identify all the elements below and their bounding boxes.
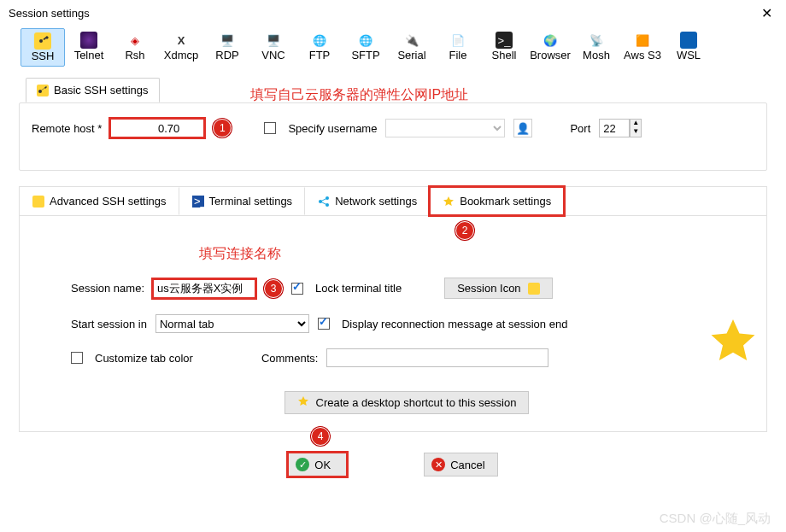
aws-icon: 🟧	[634, 32, 651, 49]
display-reconn-label: Display reconnection message at session …	[342, 318, 567, 330]
cancel-label: Cancel	[450, 459, 484, 471]
comments-input[interactable]	[326, 348, 548, 367]
remote-host-input[interactable]	[110, 119, 204, 137]
tb-ftp[interactable]: 🌐 FTP	[297, 28, 342, 67]
file-icon: 📄	[449, 32, 466, 49]
remote-host-label: Remote host *	[32, 122, 102, 135]
port-spinner[interactable]: ▲▼	[630, 119, 642, 137]
ok-icon: ✓	[296, 458, 309, 471]
tab-terminal-settings-label: Terminal settings	[209, 195, 293, 208]
tb-label: Mosh	[583, 49, 610, 61]
specify-username-checkbox[interactable]	[264, 122, 276, 134]
create-shortcut-button[interactable]: Create a desktop shortcut to this sessio…	[284, 391, 530, 414]
tb-label: Telnet	[74, 49, 104, 61]
marker-4: 4	[311, 427, 330, 446]
session-name-label: Session name:	[71, 282, 144, 295]
tb-wsl[interactable]: WSL	[666, 28, 711, 67]
tb-serial[interactable]: 🔌 Serial	[390, 28, 434, 67]
tab-terminal-settings[interactable]: >_ Terminal settings	[179, 187, 306, 215]
lock-title-label: Lock terminal title	[315, 282, 402, 295]
display-reconn-checkbox[interactable]	[318, 318, 330, 330]
tab-network-settings-label: Network settings	[335, 195, 417, 208]
tb-vnc[interactable]: 🖥️ VNC	[251, 28, 296, 67]
rdp-icon: 🖥️	[219, 32, 236, 49]
tb-rdp[interactable]: 🖥️ RDP	[205, 28, 249, 67]
ftp-icon: 🌐	[311, 32, 328, 49]
tb-xdmcp[interactable]: X Xdmcp	[159, 28, 203, 67]
watermark: CSDN @心随_风动	[660, 511, 771, 527]
tab-bookmark-settings[interactable]: Bookmark settings	[430, 187, 564, 215]
specify-username-label: Specify username	[288, 122, 377, 135]
marker-1: 1	[213, 119, 232, 137]
tb-label: RDP	[215, 49, 238, 61]
key-icon	[34, 32, 51, 50]
terminal-icon: >_	[192, 196, 204, 208]
customize-tab-checkbox[interactable]	[71, 352, 83, 364]
shell-icon: >_	[496, 32, 513, 49]
telnet-icon	[80, 32, 97, 49]
tb-label: Serial	[397, 49, 425, 61]
port-label: Port	[570, 122, 590, 135]
key-icon	[37, 85, 49, 96]
tab-network-settings[interactable]: Network settings	[305, 187, 430, 215]
protocol-toolbar: SSH Telnet ◈ Rsh X Xdmcp 🖥️ RDP 🖥️ VNC 🌐…	[0, 25, 786, 70]
cancel-button[interactable]: ✕ Cancel	[424, 453, 497, 476]
lock-title-checkbox[interactable]	[291, 283, 303, 295]
mosh-icon: 📡	[588, 32, 605, 49]
tb-browser[interactable]: 🌍 Browser	[528, 28, 572, 67]
session-icon-label: Session Icon	[457, 282, 520, 295]
tb-label: SSH	[32, 50, 55, 62]
tb-telnet[interactable]: Telnet	[67, 28, 111, 67]
cancel-icon: ✕	[431, 458, 445, 471]
tb-label: Xdmcp	[164, 49, 198, 61]
tb-file[interactable]: 📄 File	[436, 28, 480, 67]
tb-ssh[interactable]: SSH	[21, 28, 65, 67]
tb-aws[interactable]: 🟧 Aws S3	[620, 28, 665, 67]
start-session-select[interactable]: Normal tab	[155, 314, 309, 333]
start-session-label: Start session in	[71, 318, 147, 330]
svg-rect-1	[32, 196, 44, 208]
marker-3: 3	[264, 279, 283, 298]
rsh-icon: ◈	[126, 32, 144, 49]
tb-label: Browser	[530, 49, 571, 61]
tb-sftp[interactable]: 🌐 SFTP	[343, 28, 388, 67]
port-input[interactable]	[599, 119, 630, 137]
tb-rsh[interactable]: ◈ Rsh	[113, 28, 157, 67]
tb-label: File	[449, 49, 467, 61]
vnc-icon: 🖥️	[265, 32, 282, 49]
tb-label: Shell	[492, 49, 517, 61]
star-icon	[443, 196, 455, 208]
window-title: Session settings	[9, 7, 90, 20]
user-manage-button[interactable]: 👤	[513, 119, 532, 137]
big-star-icon	[706, 316, 760, 373]
xdmcp-icon: X	[173, 32, 190, 49]
serial-icon: 🔌	[403, 32, 420, 49]
person-icon: 👤	[516, 122, 530, 135]
ok-label: OK	[314, 459, 331, 471]
tb-label: Rsh	[125, 49, 144, 61]
tb-label: WSL	[677, 49, 701, 61]
close-icon[interactable]: ✕	[756, 5, 777, 21]
marker-2: 2	[455, 221, 474, 240]
wsl-icon	[680, 32, 697, 49]
svg-rect-7	[528, 283, 540, 295]
tab-basic-ssh-label: Basic SSH settings	[54, 84, 149, 96]
customize-tab-label: Customize tab color	[95, 352, 193, 365]
session-name-input[interactable]	[153, 279, 255, 298]
tb-label: VNC	[261, 49, 284, 61]
tb-mosh[interactable]: 📡 Mosh	[574, 28, 619, 67]
ok-button[interactable]: ✓ OK	[288, 453, 347, 476]
browser-icon: 🌍	[542, 32, 559, 49]
session-icon-button[interactable]: Session Icon	[444, 278, 552, 299]
annotation-name: 填写连接名称	[199, 245, 281, 263]
svg-rect-0	[37, 85, 49, 96]
star-icon	[297, 395, 309, 410]
tb-shell[interactable]: >_ Shell	[482, 28, 526, 67]
key-icon	[32, 196, 44, 208]
tb-label: SFTP	[351, 49, 379, 61]
svg-text:>_: >_	[194, 196, 204, 208]
username-select[interactable]	[385, 119, 505, 137]
tab-basic-ssh[interactable]: Basic SSH settings	[26, 78, 160, 102]
tab-bookmark-settings-label: Bookmark settings	[460, 195, 551, 208]
tab-advanced-ssh[interactable]: Advanced SSH settings	[20, 187, 179, 215]
